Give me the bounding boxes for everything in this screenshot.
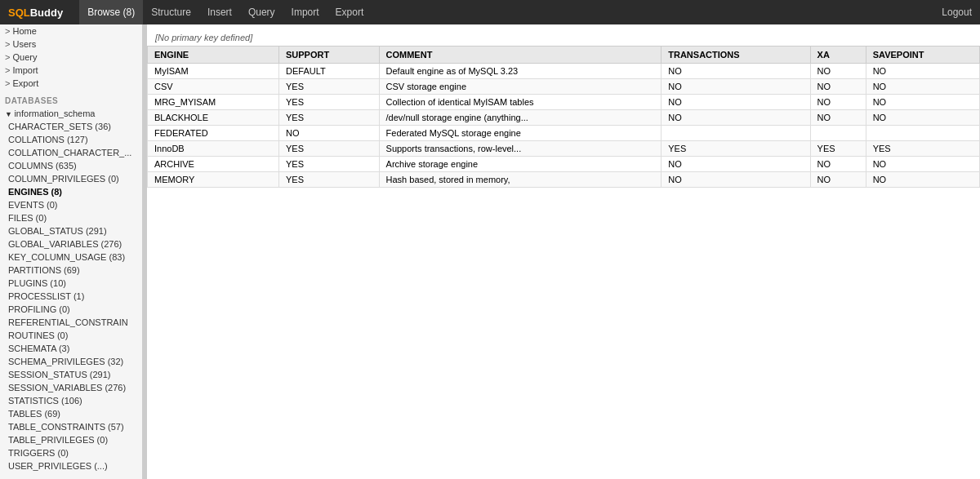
app-logo: SQLBuddy bbox=[8, 7, 63, 19]
sidebar-item-home[interactable]: Home bbox=[0, 24, 142, 38]
sidebar-item-export[interactable]: Export bbox=[0, 77, 142, 90]
col-header-engine: ENGINE bbox=[148, 47, 279, 64]
col-header-comment: COMMENT bbox=[379, 47, 662, 64]
no-primary-key-notice: [No primary key defined] bbox=[147, 29, 980, 46]
sidebar-table-item[interactable]: COLUMN_PRIVILEGES (0) bbox=[0, 172, 142, 185]
sidebar-item-query[interactable]: Query bbox=[0, 51, 142, 64]
nav-items: Browse (8)StructureInsertQueryImportExpo… bbox=[79, 0, 942, 24]
cell-engine: MyISAM bbox=[148, 64, 279, 79]
sidebar-table-item[interactable]: PARTITIONS (69) bbox=[0, 264, 142, 277]
cell-comment: Supports transactions, row-level... bbox=[379, 141, 662, 157]
sidebar-table-item[interactable]: PLUGINS (10) bbox=[0, 277, 142, 290]
sidebar-table-item[interactable]: ROUTINES (0) bbox=[0, 329, 142, 342]
cell-comment: Federated MySQL storage engine bbox=[379, 126, 662, 141]
col-header-xa: XA bbox=[810, 47, 866, 64]
sidebar-table-item[interactable]: SCHEMA_PRIVILEGES (32) bbox=[0, 355, 142, 368]
cell-xa: YES bbox=[810, 141, 866, 157]
cell-savepoint bbox=[866, 126, 979, 141]
nav-item-browse----[interactable]: Browse (8) bbox=[79, 0, 143, 24]
nav-item-import[interactable]: Import bbox=[283, 0, 327, 24]
sidebar-table-item[interactable]: TRIGGERS (0) bbox=[0, 446, 142, 459]
sidebar-table-item[interactable]: TABLE_PRIVILEGES (0) bbox=[0, 433, 142, 446]
cell-transactions: YES bbox=[662, 141, 810, 157]
databases-label: DATABASES bbox=[0, 93, 142, 107]
cell-transactions: NO bbox=[662, 157, 810, 172]
sidebar-table-item[interactable]: FILES (0) bbox=[0, 211, 142, 224]
table-row[interactable]: ARCHIVEYESArchive storage engineNONONO bbox=[148, 157, 980, 172]
cell-comment: /dev/null storage engine (anything... bbox=[379, 110, 662, 126]
cell-xa: NO bbox=[810, 64, 866, 79]
sidebar-table-item[interactable]: GLOBAL_VARIABLES (276) bbox=[0, 237, 142, 251]
sidebar-table-item[interactable]: CHARACTER_SETS (36) bbox=[0, 120, 142, 133]
nav-item-insert[interactable]: Insert bbox=[199, 0, 240, 24]
table-header: ENGINESUPPORTCOMMENTTRANSACTIONSXASAVEPO… bbox=[148, 47, 980, 64]
table-row[interactable]: MEMORYYESHash based, stored in memory,NO… bbox=[148, 172, 980, 188]
cell-xa: NO bbox=[810, 95, 866, 110]
sidebar-table-item[interactable]: TABLE_CONSTRAINTS (57) bbox=[0, 420, 142, 433]
sidebar-table-item[interactable]: TABLES (69) bbox=[0, 407, 142, 420]
table-scroll-wrapper[interactable]: ENGINESUPPORTCOMMENTTRANSACTIONSXASAVEPO… bbox=[147, 46, 980, 188]
cell-support: YES bbox=[278, 172, 379, 188]
table-row[interactable]: MyISAMDEFAULTDefault engine as of MySQL … bbox=[148, 64, 980, 79]
cell-comment: CSV storage engine bbox=[379, 79, 662, 95]
table-row[interactable]: InnoDBYESSupports transactions, row-leve… bbox=[148, 141, 980, 157]
cell-comment: Default engine as of MySQL 3.23 bbox=[379, 64, 662, 79]
cell-xa bbox=[810, 126, 866, 141]
cell-engine: MEMORY bbox=[148, 172, 279, 188]
nav-item-query[interactable]: Query bbox=[240, 0, 283, 24]
sidebar-db-header[interactable]: information_schema bbox=[0, 107, 142, 120]
cell-savepoint: NO bbox=[866, 79, 979, 95]
sidebar-table-item[interactable]: COLUMNS (635) bbox=[0, 159, 142, 172]
cell-xa: NO bbox=[810, 79, 866, 95]
cell-transactions: NO bbox=[662, 172, 810, 188]
cell-support: YES bbox=[278, 95, 379, 110]
table-row[interactable]: BLACKHOLEYES/dev/null storage engine (an… bbox=[148, 110, 980, 126]
cell-support: YES bbox=[278, 157, 379, 172]
sidebar-tables-section: CHARACTER_SETS (36)COLLATIONS (127)COLLA… bbox=[0, 120, 142, 472]
col-header-transactions: TRANSACTIONS bbox=[662, 47, 810, 64]
cell-savepoint: YES bbox=[866, 141, 979, 157]
sidebar-table-item[interactable]: STATISTICS (106) bbox=[0, 394, 142, 407]
logout-button[interactable]: Logout bbox=[942, 7, 972, 18]
cell-xa: NO bbox=[810, 157, 866, 172]
sidebar-table-item[interactable]: COLLATION_CHARACTER_... bbox=[0, 146, 142, 159]
engines-table: ENGINESUPPORTCOMMENTTRANSACTIONSXASAVEPO… bbox=[147, 46, 980, 188]
cell-comment: Archive storage engine bbox=[379, 157, 662, 172]
cell-engine: ARCHIVE bbox=[148, 157, 279, 172]
nav-item-structure[interactable]: Structure bbox=[143, 0, 199, 24]
nav-item-export[interactable]: Export bbox=[327, 0, 372, 24]
sidebar-table-item[interactable]: SCHEMATA (3) bbox=[0, 342, 142, 355]
sidebar-table-item[interactable]: SESSION_STATUS (291) bbox=[0, 368, 142, 381]
table-row[interactable]: FEDERATEDNOFederated MySQL storage engin… bbox=[148, 126, 980, 141]
cell-support: DEFAULT bbox=[278, 64, 379, 79]
sidebar-table-item[interactable]: PROFILING (0) bbox=[0, 303, 142, 316]
cell-comment: Collection of identical MyISAM tables bbox=[379, 95, 662, 110]
sidebar-table-item[interactable]: GLOBAL_STATUS (291) bbox=[0, 224, 142, 237]
cell-engine: BLACKHOLE bbox=[148, 110, 279, 126]
sidebar-table-item[interactable]: REFERENTIAL_CONSTRAIN bbox=[0, 316, 142, 329]
cell-support: NO bbox=[278, 126, 379, 141]
cell-support: YES bbox=[278, 79, 379, 95]
sidebar-table-item[interactable]: EVENTS (0) bbox=[0, 198, 142, 211]
sidebar-table-item[interactable]: COLLATIONS (127) bbox=[0, 133, 142, 146]
content-area: [No primary key defined] ENGINESUPPORTCO… bbox=[147, 24, 980, 479]
cell-comment: Hash based, stored in memory, bbox=[379, 172, 662, 188]
sidebar-table-item[interactable]: PROCESSLIST (1) bbox=[0, 290, 142, 303]
table-row[interactable]: CSVYESCSV storage engineNONONO bbox=[148, 79, 980, 95]
cell-savepoint: NO bbox=[866, 64, 979, 79]
top-navbar: SQLBuddy Browse (8)StructureInsertQueryI… bbox=[0, 0, 980, 24]
cell-savepoint: NO bbox=[866, 157, 979, 172]
sidebar-table-item[interactable]: USER_PRIVILEGES (...) bbox=[0, 459, 142, 472]
sidebar-item-import[interactable]: Import bbox=[0, 64, 142, 77]
sidebar-table-item[interactable]: ENGINES (8) bbox=[0, 185, 142, 198]
logo-buddy: Buddy bbox=[30, 7, 63, 19]
cell-savepoint: NO bbox=[866, 95, 979, 110]
cell-savepoint: NO bbox=[866, 172, 979, 188]
cell-engine: InnoDB bbox=[148, 141, 279, 157]
cell-transactions: NO bbox=[662, 79, 810, 95]
sidebar-table-item[interactable]: KEY_COLUMN_USAGE (83) bbox=[0, 251, 142, 264]
sidebar-item-users[interactable]: Users bbox=[0, 38, 142, 51]
main-layout: HomeUsersQueryImportExport DATABASES inf… bbox=[0, 24, 980, 479]
sidebar-table-item[interactable]: SESSION_VARIABLES (276) bbox=[0, 381, 142, 394]
table-row[interactable]: MRG_MYISAMYESCollection of identical MyI… bbox=[148, 95, 980, 110]
